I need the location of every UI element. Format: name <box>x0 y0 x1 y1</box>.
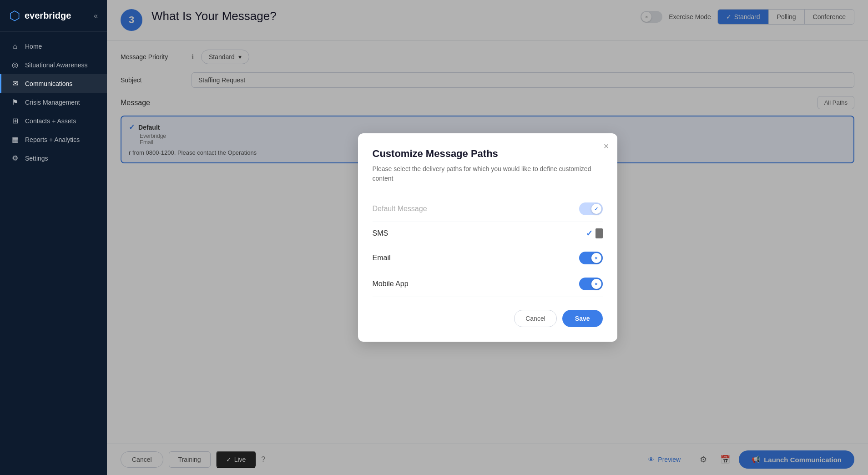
modal-description: Please select the delivery paths for whi… <box>373 164 603 183</box>
path-label-mobile-app: Mobile App <box>373 280 409 288</box>
sidebar-item-home[interactable]: ⌂ Home <box>0 37 107 56</box>
logo-text: everbridge <box>25 10 71 21</box>
crisis-management-icon: ⚑ <box>10 98 20 106</box>
toggle-email-knob: × <box>591 253 601 263</box>
path-row-mobile-app: Mobile App × <box>373 271 603 297</box>
sidebar-item-situational-awareness[interactable]: ◎ Situational Awareness <box>0 56 107 74</box>
communications-icon: ✉ <box>10 79 20 88</box>
path-row-email: Email × <box>373 245 603 271</box>
sidebar-item-communications[interactable]: ✉ Communications <box>0 74 107 93</box>
toggle-mobile-app-knob: × <box>591 279 601 289</box>
contacts-assets-icon: ⊞ <box>10 116 20 125</box>
sidebar: ⬡ everbridge « ⌂ Home ◎ Situational Awar… <box>0 0 107 475</box>
sidebar-item-label-contacts-assets: Contacts + Assets <box>25 117 76 125</box>
logo-icon: ⬡ <box>9 8 20 23</box>
toggle-default-knob: ✓ <box>591 204 601 214</box>
sidebar-nav: ⌂ Home ◎ Situational Awareness ✉ Communi… <box>0 32 107 475</box>
modal-overlay: × Customize Message Paths Please select … <box>107 0 868 475</box>
main-content: 3 What Is Your Message? × Exercise Mode … <box>107 0 868 475</box>
sidebar-item-label-situational-awareness: Situational Awareness <box>25 61 88 69</box>
sidebar-item-label-reports-analytics: Reports + Analytics <box>25 136 80 143</box>
sidebar-item-reports-analytics[interactable]: ▦ Reports + Analytics <box>0 130 107 149</box>
sidebar-item-label-communications: Communications <box>25 80 72 87</box>
toggle-default-message[interactable]: ✓ <box>579 202 603 215</box>
modal-title: Customize Message Paths <box>373 148 603 160</box>
path-row-default: Default Message ✓ <box>373 196 603 222</box>
sidebar-item-label-settings: Settings <box>25 155 48 162</box>
sidebar-item-settings[interactable]: ⚙ Settings <box>0 149 107 167</box>
sms-check-icon: ✓ <box>586 228 593 238</box>
sidebar-logo: ⬡ everbridge « <box>0 0 107 32</box>
cursor-indicator <box>595 228 603 238</box>
sms-toggle-area: ✓ <box>586 228 603 238</box>
reports-analytics-icon: ▦ <box>10 135 20 144</box>
path-label-sms: SMS <box>373 229 389 238</box>
modal-cancel-button[interactable]: Cancel <box>514 310 557 327</box>
home-icon: ⌂ <box>10 42 20 51</box>
situational-awareness-icon: ◎ <box>10 61 20 69</box>
customize-message-paths-modal: × Customize Message Paths Please select … <box>358 133 617 342</box>
modal-save-button[interactable]: Save <box>562 310 603 327</box>
path-label-email: Email <box>373 254 391 262</box>
sidebar-item-label-crisis-management: Crisis Management <box>25 99 80 106</box>
modal-close-button[interactable]: × <box>604 141 609 151</box>
toggle-mobile-app[interactable]: × <box>579 278 603 290</box>
path-label-default: Default Message <box>373 205 427 213</box>
sidebar-item-contacts-assets[interactable]: ⊞ Contacts + Assets <box>0 111 107 130</box>
sidebar-collapse-button[interactable]: « <box>94 12 98 20</box>
modal-actions: Cancel Save <box>373 310 603 327</box>
path-row-sms: SMS ✓ <box>373 222 603 245</box>
toggle-email[interactable]: × <box>579 252 603 264</box>
settings-icon: ⚙ <box>10 154 20 162</box>
sidebar-item-label-home: Home <box>25 43 42 50</box>
sidebar-item-crisis-management[interactable]: ⚑ Crisis Management <box>0 93 107 111</box>
